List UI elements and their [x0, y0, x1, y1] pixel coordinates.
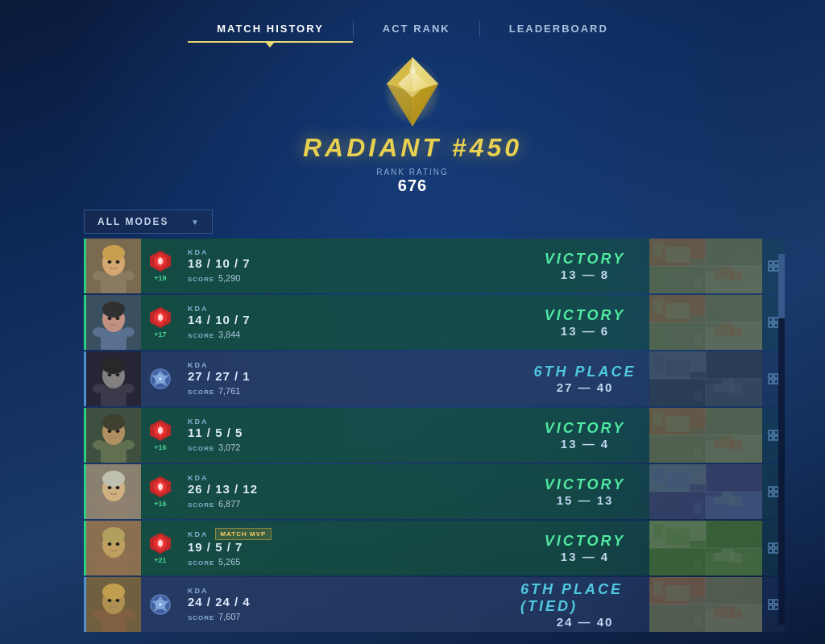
rank-delta: +21: [154, 556, 166, 564]
agent-avatar: [86, 577, 141, 632]
result-score: 15 — 13: [557, 493, 614, 507]
svg-rect-166: [665, 529, 690, 545]
scrollbar-track[interactable]: [778, 254, 785, 625]
svg-point-101: [93, 440, 106, 450]
result-label: 6TH PLACE: [533, 364, 636, 380]
svg-rect-60: [730, 327, 742, 337]
score-value: 6,877: [218, 499, 241, 509]
svg-point-44: [116, 317, 120, 320]
svg-point-158: [122, 553, 135, 563]
rank-badge-icon: [149, 250, 172, 272]
rank-badge: +16: [141, 416, 180, 455]
radiant-rank-icon: [380, 56, 445, 128]
agent-avatar: [86, 239, 141, 293]
kda-section: KDA 18 / 10 / 7 SCORE 5,290: [180, 248, 520, 285]
map-thumbnail: [649, 577, 762, 632]
svg-rect-204: [769, 605, 773, 609]
result-score: 27 — 40: [557, 380, 614, 394]
svg-rect-116: [730, 440, 742, 450]
rank-badge: +21: [141, 529, 180, 567]
map-thumbnail: [649, 464, 762, 519]
svg-rect-148: [769, 492, 773, 497]
result-section: 6TH PLACE 27 — 40: [520, 364, 649, 394]
svg-rect-62: [769, 318, 773, 322]
svg-rect-89: [694, 390, 702, 401]
svg-point-186: [122, 609, 135, 619]
svg-rect-90: [769, 374, 773, 378]
rank-name: RADIANT #450: [303, 133, 522, 163]
svg-point-157: [93, 553, 106, 563]
rank-badge: +17: [141, 303, 180, 342]
svg-point-42: [102, 301, 125, 318]
svg-rect-59: [653, 299, 663, 314]
match-row[interactable]: KDA 24 / 24 / 4 SCORE 7,607 6TH PLACE (T…: [84, 577, 785, 632]
svg-rect-199: [653, 581, 663, 596]
scrollbar-thumb[interactable]: [778, 254, 785, 318]
svg-rect-115: [653, 412, 663, 426]
rank-delta: +19: [154, 274, 166, 282]
rank-delta: +17: [154, 330, 166, 339]
svg-rect-34: [769, 261, 773, 265]
kda-label: KDA: [188, 305, 209, 313]
svg-point-183: [108, 599, 112, 602]
kda-section: KDA 14 / 10 / 7 SCORE 3,844: [180, 305, 520, 341]
score-value: 5,290: [218, 273, 241, 283]
svg-rect-173: [694, 559, 702, 571]
rank-badge-icon: [149, 419, 172, 442]
rank-badge-icon: [149, 593, 172, 616]
svg-point-43: [108, 317, 112, 320]
result-section: 6TH PLACE (TIED) 24 — 40: [520, 581, 649, 629]
result-section: VICTORY 13 — 4: [520, 420, 649, 451]
kda-value: 14 / 10 / 7: [188, 313, 512, 326]
match-row[interactable]: +16 KDA 11 / 5 / 5 SCORE 3,072 VICTORY 1…: [84, 408, 785, 463]
kda-section: KDA 26 / 13 / 12 SCORE 6,877: [180, 474, 520, 510]
svg-point-185: [93, 609, 106, 619]
svg-point-102: [122, 440, 135, 450]
svg-rect-32: [730, 271, 742, 280]
tab-match-history[interactable]: MATCH HISTORY: [188, 15, 353, 43]
filter-area: ALL MODES ▼: [0, 203, 825, 239]
map-thumbnail: [649, 239, 762, 293]
tab-act-rank[interactable]: ACT RANK: [354, 15, 479, 43]
svg-rect-117: [694, 447, 702, 458]
svg-rect-64: [769, 323, 773, 327]
svg-point-100: [116, 430, 120, 433]
kda-value: 19 / 5 / 7: [188, 540, 512, 554]
score-label: SCORE: [188, 445, 214, 452]
match-row[interactable]: KDA 27 / 27 / 1 SCORE 7,761 6TH PLACE 27…: [84, 351, 785, 406]
svg-point-18: [122, 271, 135, 280]
result-label: VICTORY: [545, 307, 625, 324]
svg-rect-120: [769, 436, 773, 440]
svg-rect-172: [730, 553, 742, 563]
svg-rect-144: [730, 497, 742, 506]
score-label: SCORE: [188, 388, 214, 396]
match-row[interactable]: +16 KDA 26 / 13 / 12 SCORE 6,877 VICTORY…: [84, 464, 785, 519]
result-label: VICTORY: [545, 533, 625, 550]
score-label: SCORE: [188, 559, 214, 567]
mvp-badge: MATCH MVP: [215, 528, 272, 540]
svg-point-127: [108, 486, 112, 489]
svg-point-74: [122, 384, 135, 393]
rank-badge-icon: [149, 368, 172, 390]
svg-rect-146: [769, 487, 773, 491]
match-row[interactable]: +17 KDA 14 / 10 / 7 SCORE 3,844 VICTORY …: [84, 295, 785, 350]
match-list: +19 KDA 18 / 10 / 7 SCORE 5,290 VICTORY …: [84, 239, 785, 632]
svg-rect-200: [730, 609, 742, 619]
match-row[interactable]: +19 KDA 18 / 10 / 7 SCORE 5,290 VICTORY …: [84, 239, 785, 293]
rank-badge: +19: [141, 247, 180, 285]
match-row[interactable]: +21 KDA MATCH MVP 19 / 5 / 7 SCORE 5,265…: [84, 521, 785, 575]
tab-leaderboard[interactable]: LEADERBOARD: [480, 15, 637, 43]
svg-rect-87: [653, 355, 663, 370]
mode-filter-dropdown[interactable]: ALL MODES ▼: [84, 210, 213, 234]
kda-label: KDA: [188, 587, 209, 595]
kda-value: 11 / 5 / 5: [188, 426, 512, 439]
kda-label: KDA: [188, 361, 209, 369]
kda-section: KDA 27 / 27 / 1 SCORE 7,761: [180, 361, 520, 397]
svg-point-16: [116, 260, 120, 264]
agent-avatar: [86, 464, 141, 519]
result-label: VICTORY: [545, 420, 625, 437]
rank-delta: +16: [154, 500, 166, 508]
svg-point-98: [102, 414, 125, 430]
svg-point-130: [122, 497, 135, 506]
kda-section: KDA 24 / 24 / 4 SCORE 7,607: [180, 587, 520, 623]
